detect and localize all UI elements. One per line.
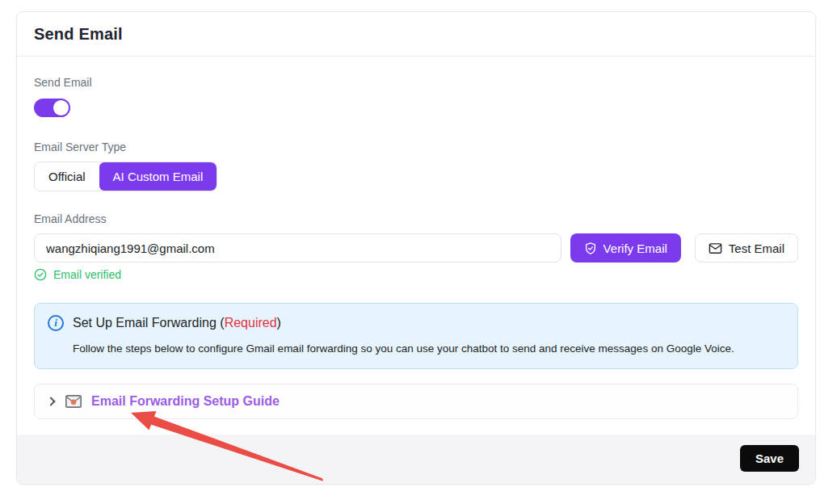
email-verified-text: Email verified: [53, 268, 121, 281]
email-forwarding-info-box: i Set Up Email Forwarding (Required) Fol…: [34, 303, 798, 369]
send-email-toggle-label: Send Email: [34, 76, 798, 89]
verify-email-label: Verify Email: [603, 242, 667, 255]
test-email-label: Test Email: [729, 242, 784, 255]
email-forwarding-guide-accordion[interactable]: Email Forwarding Setup Guide: [34, 384, 798, 419]
chevron-right-icon: [46, 397, 55, 406]
save-button[interactable]: Save: [740, 445, 799, 472]
server-type-option-official[interactable]: Official: [35, 162, 99, 191]
info-circle-icon: i: [48, 315, 64, 331]
send-email-toggle[interactable]: [34, 99, 70, 117]
card-footer: Save: [17, 435, 815, 484]
server-type-option-ai-custom[interactable]: AI Custom Email: [99, 162, 217, 191]
email-verified-status: Email verified: [34, 268, 798, 281]
email-address-input[interactable]: [34, 233, 561, 262]
server-type-label: Email Server Type: [34, 141, 798, 153]
server-type-segmented-control: Official AI Custom Email: [34, 162, 217, 191]
info-box-title: Set Up Email Forwarding (Required): [73, 316, 281, 330]
send-email-card: Send Email Send Email Email Server Type …: [16, 11, 816, 485]
guide-link[interactable]: Email Forwarding Setup Guide: [91, 394, 280, 409]
test-email-button[interactable]: Test Email: [695, 233, 798, 262]
card-header: Send Email: [17, 12, 815, 57]
shield-check-icon: [584, 242, 597, 255]
email-envelope-icon: [65, 395, 82, 408]
verify-email-button[interactable]: Verify Email: [570, 233, 681, 262]
toggle-knob: [53, 100, 69, 116]
required-badge: Required: [225, 316, 277, 330]
info-box-description: Follow the steps below to configure Gmai…: [73, 342, 784, 356]
page-title: Send Email: [34, 25, 798, 44]
envelope-icon: [709, 242, 722, 254]
card-body: Send Email Email Server Type Official AI…: [17, 57, 815, 435]
email-address-label: Email Address: [34, 212, 798, 225]
email-row: Verify Email Test Email: [34, 233, 798, 262]
info-box-header: i Set Up Email Forwarding (Required): [48, 315, 784, 331]
check-circle-icon: [34, 268, 47, 281]
